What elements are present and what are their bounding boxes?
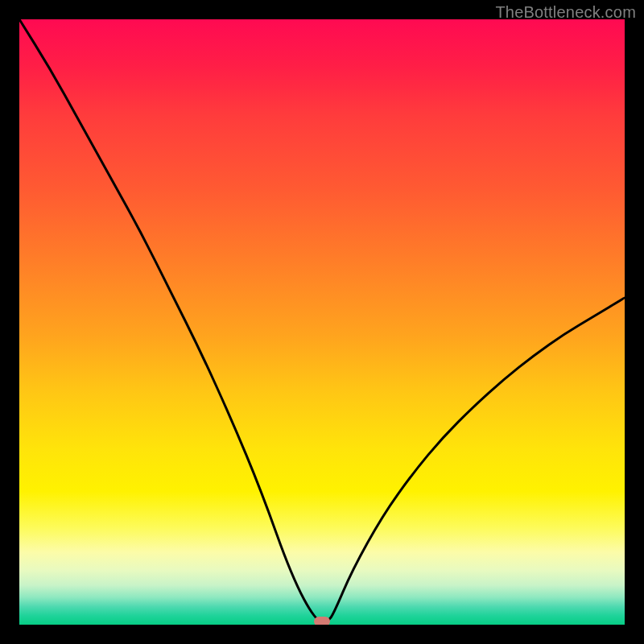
- bottleneck-curve: [19, 19, 625, 625]
- chart-frame: TheBottleneck.com: [0, 0, 644, 644]
- optimum-marker: [314, 617, 330, 625]
- plot-area: [19, 19, 625, 625]
